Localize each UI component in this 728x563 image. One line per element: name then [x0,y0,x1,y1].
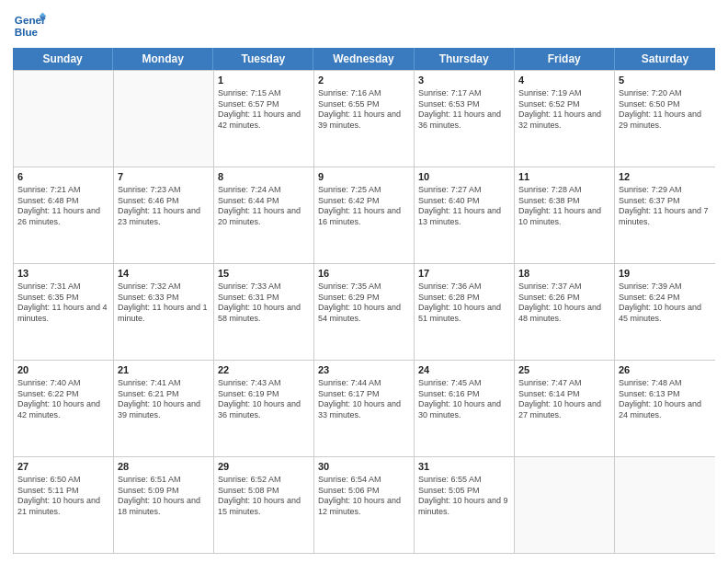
cell-info: Sunrise: 7:23 AM Sunset: 6:46 PM Dayligh… [118,185,210,228]
logo-icon: General Blue [13,9,46,42]
calendar-cell: 31Sunrise: 6:55 AM Sunset: 5:05 PM Dayli… [415,457,515,553]
calendar-row-3: 20Sunrise: 7:40 AM Sunset: 6:22 PM Dayli… [14,360,715,456]
calendar-cell: 14Sunrise: 7:32 AM Sunset: 6:33 PM Dayli… [114,264,214,360]
day-number: 3 [418,74,510,87]
cell-info: Sunrise: 7:33 AM Sunset: 6:31 PM Dayligh… [218,282,310,325]
cell-info: Sunrise: 7:21 AM Sunset: 6:48 PM Dayligh… [17,185,109,228]
cell-info: Sunrise: 7:15 AM Sunset: 6:57 PM Dayligh… [218,88,310,132]
day-number: 10 [418,170,510,184]
day-number: 4 [518,74,610,87]
calendar-cell: 15Sunrise: 7:33 AM Sunset: 6:31 PM Dayli… [214,264,314,360]
cell-info: Sunrise: 7:48 AM Sunset: 6:13 PM Dayligh… [619,378,711,421]
cell-info: Sunrise: 7:39 AM Sunset: 6:24 PM Dayligh… [619,282,711,325]
cell-info: Sunrise: 7:45 AM Sunset: 6:16 PM Dayligh… [418,378,510,421]
cell-info: Sunrise: 7:44 AM Sunset: 6:17 PM Dayligh… [318,378,410,421]
day-header-wednesday: Wednesday [313,48,414,70]
day-header-saturday: Saturday [615,48,715,70]
cell-info: Sunrise: 6:52 AM Sunset: 5:08 PM Dayligh… [218,475,310,518]
calendar-cell [615,457,715,553]
calendar-header: SundayMondayTuesdayWednesdayThursdayFrid… [13,48,715,70]
day-number: 2 [318,74,410,87]
calendar-cell: 3Sunrise: 7:17 AM Sunset: 6:53 PM Daylig… [415,71,515,167]
day-number: 29 [218,460,310,474]
day-number: 9 [318,170,410,184]
svg-text:Blue: Blue [15,26,39,38]
calendar-cell: 1Sunrise: 7:15 AM Sunset: 6:57 PM Daylig… [214,71,314,167]
day-number: 25 [518,363,610,377]
day-header-thursday: Thursday [415,48,515,70]
day-number: 5 [619,74,711,87]
cell-info: Sunrise: 7:40 AM Sunset: 6:22 PM Dayligh… [17,378,109,421]
calendar-cell [515,457,615,553]
calendar-cell: 7Sunrise: 7:23 AM Sunset: 6:46 PM Daylig… [114,167,214,263]
cell-info: Sunrise: 7:47 AM Sunset: 6:14 PM Dayligh… [518,378,610,421]
day-number: 13 [17,267,109,281]
calendar-cell: 27Sunrise: 6:50 AM Sunset: 5:11 PM Dayli… [14,457,114,553]
calendar-cell: 22Sunrise: 7:43 AM Sunset: 6:19 PM Dayli… [214,361,314,456]
day-header-monday: Monday [113,48,213,70]
day-number: 11 [518,170,610,184]
cell-info: Sunrise: 7:16 AM Sunset: 6:55 PM Dayligh… [318,88,410,132]
calendar-cell: 21Sunrise: 7:41 AM Sunset: 6:21 PM Dayli… [114,361,214,456]
cell-info: Sunrise: 6:54 AM Sunset: 5:06 PM Dayligh… [318,475,410,518]
cell-info: Sunrise: 7:28 AM Sunset: 6:38 PM Dayligh… [518,185,610,228]
calendar-cell: 29Sunrise: 6:52 AM Sunset: 5:08 PM Dayli… [214,457,314,553]
calendar-cell: 20Sunrise: 7:40 AM Sunset: 6:22 PM Dayli… [14,361,114,456]
day-number: 7 [118,170,210,184]
day-header-friday: Friday [515,48,615,70]
header: General Blue [13,9,715,42]
calendar-cell [114,71,214,167]
calendar-cell: 10Sunrise: 7:27 AM Sunset: 6:40 PM Dayli… [415,167,515,263]
calendar-cell: 13Sunrise: 7:31 AM Sunset: 6:35 PM Dayli… [14,264,114,360]
calendar-cell: 6Sunrise: 7:21 AM Sunset: 6:48 PM Daylig… [14,167,114,263]
day-number: 24 [418,363,510,377]
calendar-row-0: 1Sunrise: 7:15 AM Sunset: 6:57 PM Daylig… [14,70,715,167]
calendar-cell: 26Sunrise: 7:48 AM Sunset: 6:13 PM Dayli… [615,361,715,456]
calendar-row-2: 13Sunrise: 7:31 AM Sunset: 6:35 PM Dayli… [14,263,715,360]
logo: General Blue [13,9,46,42]
calendar-cell: 23Sunrise: 7:44 AM Sunset: 6:17 PM Dayli… [314,361,415,456]
calendar-cell: 24Sunrise: 7:45 AM Sunset: 6:16 PM Dayli… [415,361,515,456]
calendar-cell: 30Sunrise: 6:54 AM Sunset: 5:06 PM Dayli… [314,457,415,553]
calendar-cell: 8Sunrise: 7:24 AM Sunset: 6:44 PM Daylig… [214,167,314,263]
day-number: 28 [118,460,210,474]
cell-info: Sunrise: 7:19 AM Sunset: 6:52 PM Dayligh… [518,88,610,132]
day-number: 27 [17,460,109,474]
calendar-cell: 5Sunrise: 7:20 AM Sunset: 6:50 PM Daylig… [615,71,715,167]
day-number: 14 [118,267,210,281]
cell-info: Sunrise: 7:20 AM Sunset: 6:50 PM Dayligh… [619,88,711,132]
day-number: 8 [218,170,310,184]
day-number: 6 [17,170,109,184]
calendar-row-4: 27Sunrise: 6:50 AM Sunset: 5:11 PM Dayli… [14,456,715,553]
day-number: 22 [218,363,310,377]
cell-info: Sunrise: 7:41 AM Sunset: 6:21 PM Dayligh… [118,378,210,421]
day-number: 26 [619,363,711,377]
day-number: 16 [318,267,410,281]
day-number: 20 [17,363,109,377]
calendar-cell: 16Sunrise: 7:35 AM Sunset: 6:29 PM Dayli… [314,264,415,360]
calendar-cell: 17Sunrise: 7:36 AM Sunset: 6:28 PM Dayli… [415,264,515,360]
cell-info: Sunrise: 7:24 AM Sunset: 6:44 PM Dayligh… [218,185,310,228]
day-header-tuesday: Tuesday [213,48,313,70]
cell-info: Sunrise: 7:31 AM Sunset: 6:35 PM Dayligh… [17,282,109,325]
cell-info: Sunrise: 7:43 AM Sunset: 6:19 PM Dayligh… [218,378,310,421]
cell-info: Sunrise: 6:50 AM Sunset: 5:11 PM Dayligh… [17,475,109,518]
day-number: 17 [418,267,510,281]
calendar-cell: 2Sunrise: 7:16 AM Sunset: 6:55 PM Daylig… [314,71,415,167]
day-number: 18 [518,267,610,281]
day-number: 15 [218,267,310,281]
calendar-cell: 4Sunrise: 7:19 AM Sunset: 6:52 PM Daylig… [515,71,615,167]
cell-info: Sunrise: 7:37 AM Sunset: 6:26 PM Dayligh… [518,282,610,325]
day-number: 31 [418,460,510,474]
day-number: 19 [619,267,711,281]
cell-info: Sunrise: 7:27 AM Sunset: 6:40 PM Dayligh… [418,185,510,228]
calendar-row-1: 6Sunrise: 7:21 AM Sunset: 6:48 PM Daylig… [14,167,715,263]
cell-info: Sunrise: 6:55 AM Sunset: 5:05 PM Dayligh… [418,475,510,518]
calendar-cell: 9Sunrise: 7:25 AM Sunset: 6:42 PM Daylig… [314,167,415,263]
cell-info: Sunrise: 7:17 AM Sunset: 6:53 PM Dayligh… [418,88,510,132]
calendar-cell: 28Sunrise: 6:51 AM Sunset: 5:09 PM Dayli… [114,457,214,553]
calendar-body: 1Sunrise: 7:15 AM Sunset: 6:57 PM Daylig… [13,70,715,554]
cell-info: Sunrise: 6:51 AM Sunset: 5:09 PM Dayligh… [118,475,210,518]
cell-info: Sunrise: 7:35 AM Sunset: 6:29 PM Dayligh… [318,282,410,325]
day-number: 23 [318,363,410,377]
